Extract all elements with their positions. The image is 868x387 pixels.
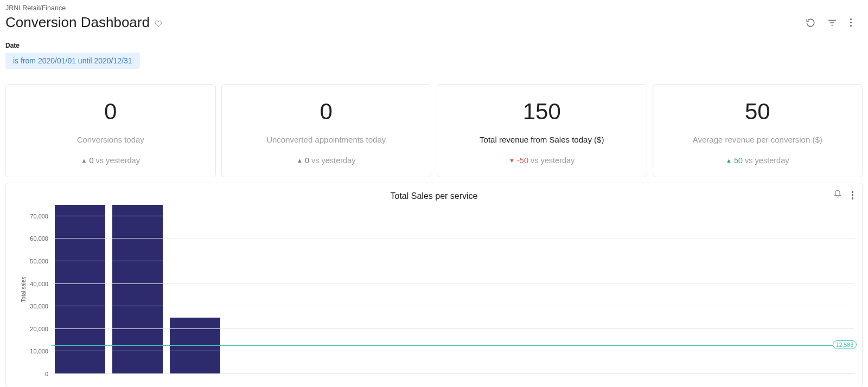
stat-label: Total revenue from Sales today ($) — [480, 135, 604, 144]
y-tick-label: 10,000 — [30, 348, 48, 354]
stat-value: 50 — [745, 100, 770, 123]
x-tick-label — [52, 375, 109, 385]
x-tick-label — [567, 375, 625, 385]
page-title: Conversion Dashboard — [5, 14, 150, 31]
y-tick-label: 40,000 — [30, 281, 48, 287]
gridline — [52, 373, 854, 374]
stat-delta: ▲ 50 vs yesterday — [726, 156, 789, 165]
gridline — [52, 328, 854, 329]
breadcrumb: JRNI Retail/Finance — [5, 4, 863, 12]
chart-plot-area: 12,586 — [52, 205, 854, 374]
bell-icon[interactable] — [833, 190, 842, 198]
reference-line: 12,586 — [52, 345, 854, 346]
delta-value: -50 — [517, 156, 528, 165]
triangle-up-icon: ▲ — [81, 158, 87, 164]
delta-suffix: vs yesterday — [745, 156, 789, 165]
stat-label: Conversions today — [77, 135, 144, 144]
delta-value: 0 — [305, 156, 309, 165]
heart-icon[interactable] — [154, 20, 163, 28]
chart-card: Total Sales per service Total sales 010,… — [5, 183, 863, 387]
x-tick-label — [682, 375, 740, 385]
x-tick-label — [395, 375, 453, 385]
stat-label: Unconverted appointments today — [266, 135, 386, 144]
stat-delta: ▲ 0 vs yesterday — [81, 156, 140, 165]
x-tick-label — [109, 375, 167, 385]
x-tick-label — [166, 375, 224, 385]
y-tick-label: 30,000 — [30, 303, 48, 309]
reference-line-label: 12,586 — [833, 340, 857, 349]
date-filter-chip[interactable]: is from 2020/01/01 until 2020/12/31 — [5, 53, 140, 69]
gridline — [52, 216, 854, 216]
gridline — [52, 283, 854, 284]
chart-more-icon[interactable] — [851, 190, 855, 201]
y-tick-label: 60,000 — [30, 235, 48, 242]
more-menu-icon[interactable] — [849, 17, 853, 28]
stat-card-0: 0Conversions today▲ 0 vs yesterday — [5, 84, 216, 177]
delta-suffix: vs yesterday — [311, 156, 355, 165]
x-tick-label — [625, 375, 682, 385]
triangle-down-icon: ▼ — [509, 158, 515, 164]
x-tick-label — [740, 375, 797, 385]
delta-value: 0 — [89, 156, 93, 165]
stat-value: 150 — [523, 100, 561, 123]
filter-icon[interactable] — [827, 18, 837, 28]
chart-bar[interactable] — [112, 205, 163, 374]
delta-suffix: vs yesterday — [531, 156, 575, 165]
triangle-up-icon: ▲ — [297, 158, 303, 164]
delta-value: 50 — [734, 156, 743, 165]
gridline — [52, 261, 854, 261]
stat-label: Average revenue per conversion ($) — [693, 135, 822, 144]
x-tick-label — [281, 375, 339, 385]
y-tick-label: 70,000 — [30, 213, 48, 220]
stat-card-3: 50Average revenue per conversion ($)▲ 50… — [653, 84, 863, 177]
x-tick-label — [453, 375, 510, 385]
gridline — [52, 351, 854, 351]
y-tick-label: 50,000 — [30, 258, 48, 265]
chart-bar[interactable] — [170, 318, 220, 374]
x-tick-label — [797, 375, 854, 385]
stat-value: 0 — [104, 100, 117, 123]
y-tick-label: 20,000 — [30, 326, 48, 332]
stat-delta: ▼ -50 vs yesterday — [509, 156, 575, 165]
stat-card-2: 150Total revenue from Sales today ($)▼ -… — [437, 84, 647, 177]
x-tick-label — [510, 375, 568, 385]
triangle-up-icon: ▲ — [726, 158, 732, 164]
y-tick-label: 0 — [45, 371, 48, 377]
stat-value: 0 — [320, 100, 333, 123]
x-tick-label — [224, 375, 281, 385]
delta-suffix: vs yesterday — [96, 156, 140, 165]
gridline — [52, 238, 854, 238]
chart-title: Total Sales per service — [391, 191, 478, 201]
chart-bar[interactable] — [55, 205, 105, 374]
gridline — [52, 306, 854, 306]
x-tick-label — [339, 375, 396, 385]
filter-label: Date — [5, 42, 863, 49]
stat-card-1: 0Unconverted appointments today▲ 0 vs ye… — [221, 84, 432, 177]
refresh-icon[interactable] — [806, 18, 815, 28]
stat-delta: ▲ 0 vs yesterday — [297, 156, 355, 165]
